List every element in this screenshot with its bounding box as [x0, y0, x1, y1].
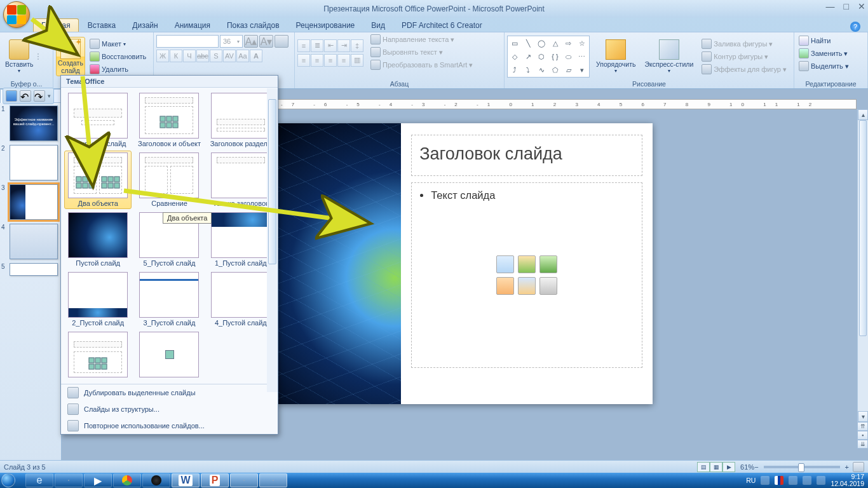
text-direction-button[interactable]: Направление текста ▾	[369, 34, 475, 45]
slide-canvas[interactable]: Заголовок слайда Текст слайда	[278, 123, 653, 404]
slideshow-view-button[interactable]: ▶	[722, 462, 735, 472]
tray-network-icon[interactable]	[789, 476, 797, 485]
content-insert-icons[interactable]	[496, 255, 557, 295]
arrange-button[interactable]: Упорядочить▾	[593, 38, 638, 75]
help-button[interactable]: ?	[850, 22, 860, 32]
insert-picture-icon[interactable]	[496, 277, 514, 295]
reset-button[interactable]: Восстановить	[88, 51, 148, 62]
layout-1-blank[interactable]: 1_Пустой слайд	[208, 211, 274, 268]
tab-animation[interactable]: Анимация	[167, 19, 218, 32]
shape-fill-button[interactable]: Заливка фигуры ▾	[700, 38, 789, 50]
shrink-font-icon[interactable]: A▾	[259, 35, 273, 48]
slide-thumb-2[interactable]	[10, 145, 58, 180]
shape-outline-button[interactable]: Контур фигуры ▾	[700, 51, 789, 62]
layout-title-only[interactable]: Только заголовок	[208, 151, 274, 208]
insert-table-icon[interactable]	[496, 255, 514, 273]
slides-from-outline-item[interactable]: Слайды из структуры...	[61, 401, 278, 417]
tray-flag-icon[interactable]	[775, 476, 783, 485]
columns-button[interactable]: ▥	[351, 54, 363, 67]
undo-icon[interactable]: ↶	[20, 90, 31, 102]
align-right-button[interactable]: ≡	[324, 54, 337, 67]
indent-dec-button[interactable]: ⇤	[324, 39, 337, 52]
font-size-combo[interactable]: 36▾	[220, 35, 243, 48]
taskbar-wmp[interactable]: ▶	[84, 473, 112, 487]
justify-button[interactable]: ≡	[337, 54, 350, 67]
zoom-slider[interactable]	[764, 466, 840, 468]
replace-button[interactable]: Заменить ▾	[797, 48, 865, 59]
taskbar-explorer[interactable]	[55, 473, 83, 487]
tab-review[interactable]: Рецензирование	[288, 19, 363, 32]
slide-thumb-3[interactable]	[10, 184, 58, 220]
italic-button[interactable]: К	[170, 50, 182, 62]
layout-comparison[interactable]: Сравнение	[136, 151, 202, 208]
layout-2-blank[interactable]: 2_Пустой слайд	[65, 271, 131, 328]
taskbar-pictures[interactable]	[259, 473, 287, 487]
line-spacing-button[interactable]: ‡	[351, 39, 363, 52]
zoom-percent[interactable]: 61%	[740, 463, 754, 471]
content-placeholder[interactable]: Текст слайда	[411, 182, 642, 368]
duplicate-slides-item[interactable]: Дублировать выделенные слайды	[61, 384, 278, 401]
tray-show-hidden-icon[interactable]	[761, 476, 770, 485]
tab-home[interactable]: Главная	[33, 18, 79, 32]
clear-format-icon[interactable]	[275, 35, 288, 48]
taskbar-app1[interactable]	[142, 473, 170, 487]
layout-section-header[interactable]: Заголовок раздела	[208, 92, 274, 149]
paste-button[interactable]: Вставить ▾	[3, 38, 36, 75]
sorter-view-button[interactable]: ▦	[710, 462, 722, 472]
align-center-button[interactable]: ≡	[311, 54, 323, 67]
taskbar-chrome[interactable]	[113, 473, 141, 487]
delete-slide-button[interactable]: Удалить	[88, 64, 148, 75]
convert-smartart-button[interactable]: Преобразовать в SmartArt ▾	[369, 59, 475, 71]
title-placeholder[interactable]: Заголовок слайда	[411, 135, 642, 176]
office-button[interactable]	[3, 1, 30, 28]
align-left-button[interactable]: ≡	[297, 54, 310, 67]
tab-slideshow[interactable]: Показ слайдов	[219, 19, 287, 32]
tray-action-icon[interactable]	[817, 476, 825, 485]
indent-inc-button[interactable]: ⇥	[337, 39, 350, 52]
case-button[interactable]: Aa	[236, 50, 249, 62]
vertical-scrollbar[interactable]: ▴ ▾	[857, 109, 868, 422]
layout-extra-1[interactable]	[65, 330, 131, 380]
nav-menu-icon[interactable]: ▪	[857, 431, 868, 440]
new-slide-button[interactable]: ✦ Создать слайд	[56, 37, 85, 76]
shapes-gallery[interactable]: ▭╲◯△⇨☆ ◇↗⬡{ }⬭⋯ ⤴⤵∿⬠▱▾	[507, 36, 590, 78]
taskbar-app2[interactable]	[230, 473, 258, 487]
minimize-button[interactable]: —	[826, 1, 835, 11]
tab-design[interactable]: Дизайн	[125, 19, 165, 32]
layout-two-content[interactable]: Два объекта	[64, 151, 132, 209]
slide-nav-buttons[interactable]: ⇈ ▪ ⇊	[857, 422, 868, 449]
cut-icon[interactable]	[37, 53, 39, 55]
qat-customize-icon[interactable]: ▾	[48, 93, 51, 99]
layout-extra-2[interactable]	[136, 330, 202, 380]
select-button[interactable]: Выделить ▾	[797, 60, 865, 72]
taskbar-powerpoint[interactable]: P	[201, 473, 229, 487]
tray-clock[interactable]: 9:17 12.04.2019	[831, 473, 864, 487]
layout-3-blank[interactable]: 3_Пустой слайд	[136, 271, 202, 328]
slide-thumb-5[interactable]	[10, 263, 58, 276]
layout-4-blank[interactable]: 4_Пустой слайд	[208, 271, 274, 328]
copy-icon[interactable]	[37, 56, 39, 57]
quick-styles-button[interactable]: Экспресс-стили▾	[642, 38, 696, 75]
bold-button[interactable]: Ж	[156, 50, 169, 62]
redo-icon[interactable]: ↷	[34, 90, 45, 102]
reuse-slides-item[interactable]: Повторное использование слайдов...	[61, 417, 278, 434]
prev-slide-icon[interactable]: ⇈	[857, 422, 868, 431]
tab-view[interactable]: Вид	[363, 19, 393, 32]
numbering-button[interactable]: ≣	[311, 39, 323, 52]
layout-button[interactable]: Макет ▾	[88, 38, 148, 50]
insert-clipart-icon[interactable]	[518, 277, 536, 295]
spacing-button[interactable]: AV	[223, 50, 236, 62]
taskbar-word[interactable]: W	[172, 473, 200, 487]
next-slide-icon[interactable]: ⇊	[857, 440, 868, 449]
tray-volume-icon[interactable]	[803, 476, 811, 485]
close-button[interactable]: ✕	[858, 1, 865, 11]
slide-thumb-4[interactable]	[10, 224, 58, 259]
grow-font-icon[interactable]: A▴	[244, 35, 258, 48]
layout-title-slide[interactable]: Титульный слайд	[65, 92, 131, 149]
normal-view-button[interactable]: ▤	[697, 462, 710, 472]
zoom-in-button[interactable]: +	[845, 463, 849, 471]
tray-lang[interactable]: RU	[746, 477, 756, 484]
tab-insert[interactable]: Вставка	[80, 19, 124, 32]
font-family-combo[interactable]	[156, 35, 219, 48]
tab-pdf-architect[interactable]: PDF Architect 6 Creator	[394, 19, 490, 32]
